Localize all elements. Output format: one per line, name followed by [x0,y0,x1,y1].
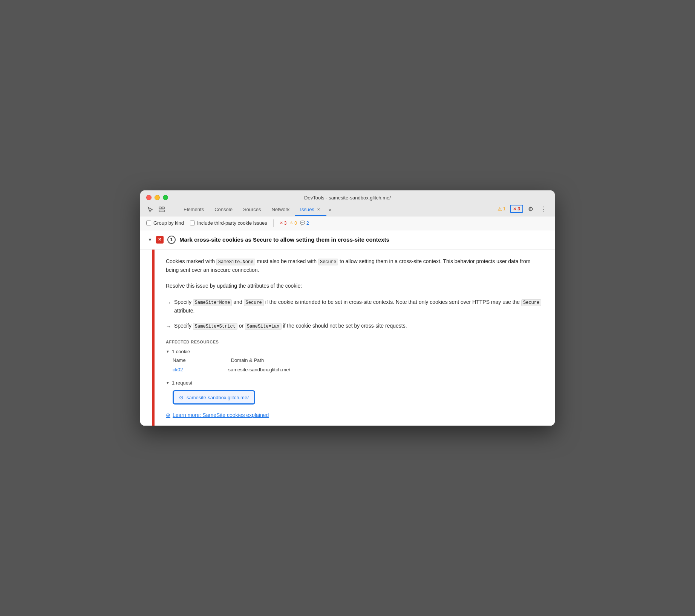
request-refresh-icon: ⊙ [179,394,184,400]
issue-body: Cookies marked with SameSite=None must a… [155,250,555,426]
request-item[interactable]: ⊙ samesite-sandbox.glitch.me/ [173,390,255,405]
error-filter-icon: ✕ [280,221,283,225]
title-bar: DevTools - samesite-sandbox.glitch.me/ [140,190,555,216]
cookie-group: ▼ 1 cookie Name Domain & Path ck02 sames… [166,349,543,372]
issue-error-badge: ✕ [156,236,164,244]
tab-console[interactable]: Console [209,204,238,216]
tabs-row: Elements Console Sources Network Issues … [146,204,549,216]
code-samesite-lax: SameSite=Lax [245,323,281,330]
minimize-button[interactable] [155,195,160,200]
learn-more-circle-icon: ⊕ [166,412,170,418]
cookie-domain: samesite-sandbox.glitch.me/ [228,367,290,372]
devtools-window: DevTools - samesite-sandbox.glitch.me/ [140,190,555,426]
traffic-lights [146,195,168,200]
warning-filter-count[interactable]: ⚠ 0 [289,221,297,226]
main-content: ▼ ✕ 1 Mark cross-site cookies as Secure … [140,230,555,426]
inspector-icon[interactable] [158,205,166,214]
issue-count-badge: 1 [167,236,176,244]
cookie-expand-icon: ▼ [166,349,170,354]
error-count-badge[interactable]: ✕ 3 [510,205,523,213]
close-button[interactable] [146,195,152,200]
bullet-2: → Specify SameSite=Strict or SameSite=La… [166,322,543,331]
cookie-group-header[interactable]: ▼ 1 cookie [166,349,543,354]
settings-icon[interactable]: ⚙ [525,204,536,214]
tab-elements[interactable]: Elements [178,204,209,216]
code-secure-2: Secure [244,299,264,306]
svg-rect-1 [162,207,164,209]
issue-title: Mark cross-site cookies as Secure to all… [179,236,389,243]
cookie-table-header: Name Domain & Path [173,357,543,365]
affected-label: Affected Resources [166,340,543,344]
request-group-header[interactable]: ▼ 1 request [166,380,543,386]
tab-issues[interactable]: Issues ✕ [295,204,326,216]
code-samesite-strict: SameSite=Strict [193,323,237,330]
more-menu-icon[interactable]: ⋮ [538,204,549,214]
cookie-table: Name Domain & Path ck02 samesite-sandbox… [173,357,543,372]
learn-more: ⊕ Learn more: SameSite cookies explained [166,412,543,418]
group-by-kind-checkbox[interactable]: Group by kind [146,220,184,226]
request-expand-icon: ▼ [166,381,170,385]
error-filter-count[interactable]: ✕ 3 [280,221,287,226]
tab-sources[interactable]: Sources [238,204,266,216]
error-x-icon: ✕ [513,207,516,211]
third-party-cookies-checkbox[interactable]: Include third-party cookie issues [190,220,267,226]
maximize-button[interactable] [163,195,168,200]
issue-detail: Cookies marked with SameSite=None must a… [140,250,555,426]
toolbar-icons [146,205,166,214]
svg-rect-0 [159,207,161,209]
resolve-text: Resolve this issue by updating the attri… [166,282,543,290]
code-secure-1: Secure [318,259,338,265]
affected-resources: Affected Resources ▼ 1 cookie Name Domai… [166,340,543,405]
bullet-2-text: Specify SameSite=Strict or SameSite=Lax … [174,322,407,330]
warning-triangle-icon: ⚠ [498,206,502,212]
tab-network[interactable]: Network [266,204,295,216]
group-by-kind-input[interactable] [146,221,151,225]
filter-badges: ✕ 3 ⚠ 0 💬 2 [280,221,309,226]
warning-filter-icon: ⚠ [289,221,293,225]
window-title: DevTools - samesite-sandbox.glitch.me/ [304,195,391,201]
cursor-icon[interactable] [146,205,155,214]
filters-row: Group by kind Include third-party cookie… [140,216,555,230]
tab-issues-close[interactable]: ✕ [316,207,321,212]
bullet-1-text: Specify SameSite=None and Secure if the … [174,298,543,315]
expand-arrow-icon: ▼ [148,237,152,242]
code-secure-3: Secure [521,299,541,306]
issue-header[interactable]: ▼ ✕ 1 Mark cross-site cookies as Secure … [140,230,555,250]
code-samesite-none-2: SameSite=None [193,299,232,306]
warning-count-badge[interactable]: ⚠ 1 [495,205,508,213]
info-filter-count[interactable]: 💬 2 [300,221,309,226]
arrow-bullet-1-icon: → [166,299,171,307]
request-group: ▼ 1 request ⊙ samesite-sandbox.glitch.me… [166,380,543,405]
info-filter-icon: 💬 [300,221,305,225]
arrow-bullet-2-icon: → [166,322,171,331]
header-right: ⚠ 1 ✕ 3 ⚙ ⋮ [495,204,549,216]
cookie-row: ck02 samesite-sandbox.glitch.me/ [173,367,543,372]
learn-more-link[interactable]: ⊕ Learn more: SameSite cookies explained [166,412,269,418]
issue-description: Cookies marked with SameSite=None must a… [166,257,543,274]
code-samesite-none: SameSite=None [216,259,256,265]
more-tabs-button[interactable]: » [326,204,334,216]
third-party-cookies-input[interactable] [190,221,195,225]
svg-rect-2 [159,210,164,212]
cookie-name-link[interactable]: ck02 [173,367,183,372]
bullet-1: → Specify SameSite=None and Secure if th… [166,298,543,315]
